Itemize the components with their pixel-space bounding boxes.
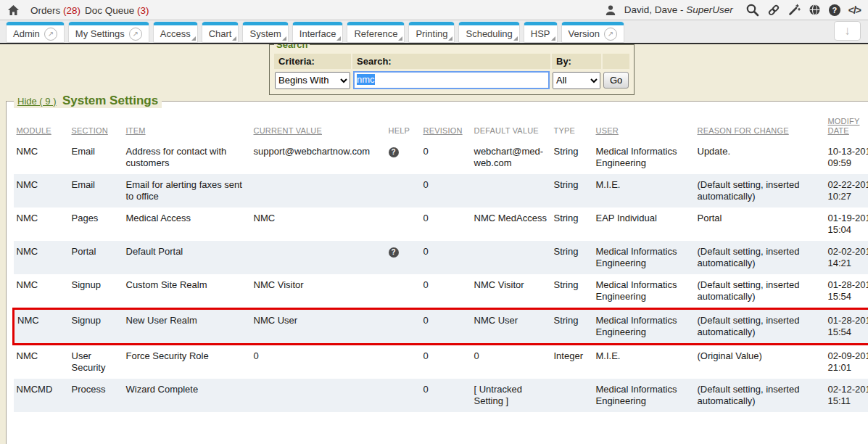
page-title: System Settings — [62, 94, 158, 107]
tab-my-settings[interactable]: My Settings ↗ — [68, 22, 149, 43]
column-header[interactable]: ITEM — [126, 126, 146, 135]
tab-label: Chart — [209, 28, 232, 39]
tab-reference[interactable]: Reference ↗ — [347, 22, 405, 43]
table-row: NMC Email Address for contact with custo… — [14, 141, 868, 174]
column-header[interactable]: MODULE — [17, 126, 51, 135]
cell-help — [386, 309, 421, 345]
wand-icon[interactable] — [788, 4, 801, 16]
tab-label: Admin — [13, 28, 40, 39]
cell-type: String — [551, 241, 593, 274]
cell-default-value: NMC User — [471, 309, 551, 345]
cell-modify-date: 02-09-2010 21:01 — [825, 345, 868, 379]
cell-default-value: NMC MedAccess — [471, 207, 551, 241]
cell-help — [386, 274, 421, 309]
column-header[interactable]: REVISION — [423, 126, 463, 135]
cell-modify-date: 02-12-2014 15:11 — [825, 379, 868, 412]
link-icon[interactable] — [767, 4, 780, 17]
cell-type: Integer — [551, 345, 593, 379]
cell-section: Signup — [69, 274, 123, 309]
cell-current-value: NMC Visitor — [251, 274, 386, 309]
content: Search Criteria: Search: By: Begins With… — [0, 44, 868, 444]
cell-current-value: NMC — [251, 207, 386, 241]
cell-item: New User Realm — [123, 309, 251, 345]
cell-revision: 0 — [421, 174, 471, 207]
tab-interface[interactable]: Interface ↗ — [292, 22, 344, 43]
hide-toggle-link[interactable]: Hide ( 9 ) — [17, 96, 56, 107]
tab-chart[interactable]: Chart ↗ — [202, 22, 239, 43]
table-row: NMC Signup Custom Site Realm NMC Visitor… — [14, 274, 868, 309]
cell-item: Custom Site Realm — [123, 274, 251, 309]
help-icon[interactable]: ? — [389, 147, 399, 157]
column-header[interactable]: REASON FOR CHANGE — [698, 126, 789, 135]
cell-default-value: 0 — [471, 345, 551, 379]
cell-reason: (Default setting, inserted automatically… — [695, 309, 825, 345]
table-row: NMC Signup New User Realm NMC User 0 NMC… — [14, 309, 868, 345]
cell-module: NMC — [14, 141, 69, 174]
topbar-links: Orders (28)Doc Queue (3) — [30, 4, 154, 17]
topbar: Orders (28)Doc Queue (3) David, Dave - S… — [0, 0, 868, 20]
current-user: David, Dave - SuperUser — [624, 4, 733, 15]
home-icon[interactable] — [7, 4, 20, 16]
nav-doc-queue[interactable]: Doc Queue (3) — [85, 5, 149, 16]
cell-default-value — [471, 174, 551, 207]
cell-section: Pages — [69, 207, 123, 241]
popout-icon[interactable]: ↗ — [604, 28, 617, 41]
tab-system[interactable]: System ↗ — [242, 22, 288, 43]
search-panel: Search Criteria: Search: By: Begins With… — [269, 39, 635, 95]
collapse-tabs-button[interactable]: ↓ — [834, 21, 861, 41]
popout-icon[interactable]: ↗ — [44, 28, 57, 41]
column-header[interactable]: SECTION — [72, 126, 108, 135]
cell-current-value — [251, 241, 386, 274]
help-icon[interactable]: ? — [389, 247, 399, 258]
tab-access[interactable]: Access ↗ — [153, 22, 198, 43]
popout-icon[interactable]: ↗ — [129, 28, 142, 41]
cell-help: ? — [386, 241, 421, 274]
cell-user: Medical Informatics Engineering — [593, 309, 695, 345]
by-select[interactable]: All — [553, 72, 600, 89]
cell-default-value: [ Untracked Setting ] — [471, 379, 551, 412]
cell-type: String — [551, 274, 593, 309]
column-header[interactable]: CURRENT VALUE — [254, 126, 323, 135]
cell-current-value — [251, 379, 386, 412]
tab-admin[interactable]: Admin ↗ — [6, 22, 65, 43]
column-header[interactable]: USER — [596, 126, 619, 135]
search-icon[interactable] — [745, 3, 759, 17]
cell-help — [386, 174, 421, 207]
criteria-select[interactable]: Begins With — [275, 72, 350, 89]
cell-reason: (Default setting, inserted automatically… — [695, 241, 825, 274]
nav-orders[interactable]: Orders (28) — [30, 5, 80, 16]
column-header: DEFAULT VALUE — [474, 126, 539, 135]
cell-section: Process — [69, 379, 123, 412]
tab-bar: Admin ↗ My Settings ↗ Access ↗ Chart ↗ S… — [0, 20, 868, 44]
tab-label: Printing — [416, 28, 447, 39]
cell-type: String — [551, 309, 593, 345]
system-settings-legend: Hide ( 9 ) System Settings — [14, 94, 162, 108]
tab-version[interactable]: Version ↗ — [561, 22, 624, 43]
cell-modify-date: 10-13-2010 09:59 — [825, 141, 868, 174]
cell-item: Email for alerting faxes sent to office — [123, 174, 251, 207]
cell-modify-date: 01-19-2016 15:04 — [825, 207, 868, 241]
tab-hsp[interactable]: HSP ↗ — [524, 22, 558, 43]
go-button[interactable]: Go — [603, 72, 629, 89]
code-icon[interactable]: </> — [848, 4, 861, 16]
cell-user: Medical Informatics Engineering — [593, 141, 695, 174]
cell-reason: (Original Value) — [695, 345, 825, 379]
column-header: TYPE — [554, 126, 576, 135]
help-icon[interactable]: ? — [829, 4, 840, 16]
table-row: NMC Pages Medical Access NMC 0 NMC MedAc… — [14, 207, 868, 241]
search-input[interactable]: nmc — [353, 71, 550, 89]
cell-item: Default Portal — [123, 241, 251, 274]
cell-reason: Portal — [695, 207, 825, 241]
tab-scheduling[interactable]: Scheduling ↗ — [458, 22, 519, 43]
cell-reason: (Default setting, inserted automatically… — [695, 174, 825, 207]
cell-revision: 0 — [421, 379, 471, 412]
tab-label: Access — [160, 28, 191, 39]
cell-type: String — [551, 207, 593, 241]
globe-icon[interactable] — [809, 4, 821, 16]
tab-printing[interactable]: Printing ↗ — [408, 22, 455, 43]
cell-user: EAP Individual — [593, 207, 695, 241]
column-header[interactable]: MODIFY DATE — [828, 117, 860, 135]
tab-label: System — [249, 28, 281, 39]
cell-user: M.I.E. — [593, 174, 695, 207]
cell-reason: (Default setting, inserted automatically… — [695, 274, 825, 309]
